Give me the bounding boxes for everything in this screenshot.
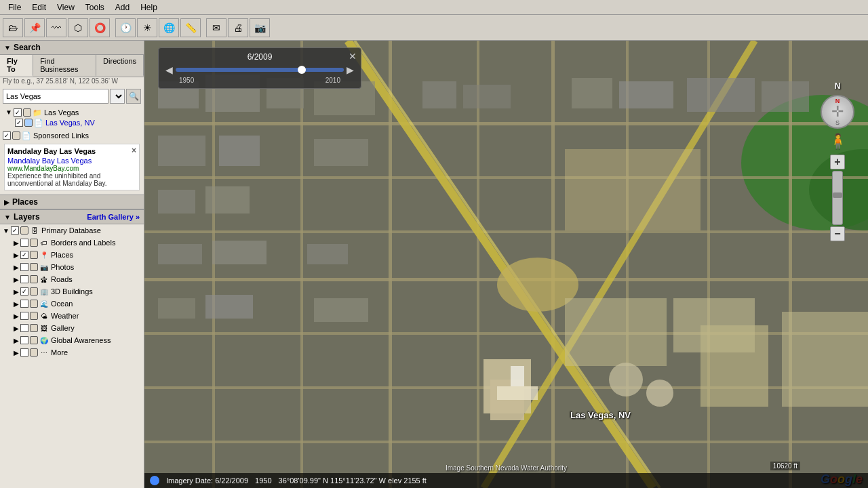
menu-tools[interactable]: Tools [80,1,110,14]
visibility-weather[interactable] [30,312,38,320]
slider-prev-button[interactable]: ◀ [165,64,173,75]
expand-global-icon[interactable]: ▶ [14,337,19,344]
tab-fly-to[interactable]: Fly To [0,55,33,77]
layer-gallery[interactable]: ▶ 🖼 Gallery [0,322,144,334]
slider-track[interactable] [176,68,344,72]
expand-roads-icon[interactable]: ▶ [14,276,19,283]
layer-global[interactable]: ▶ 🌍 Global Awareness [0,334,144,346]
menu-add[interactable]: Add [110,1,135,14]
layer-places[interactable]: ▶ 📍 Places [0,249,144,261]
search-dropdown[interactable] [110,89,125,104]
toolbar-sun[interactable]: ☀ [137,18,157,37]
tree-item-sponsored[interactable]: 📄 Sponsored Links [1,131,142,141]
expand-primary-db-icon[interactable]: ▼ [3,227,9,235]
svg-rect-38 [565,298,667,366]
time-slider-close-button[interactable]: ✕ [349,51,357,62]
checkbox-more[interactable] [20,348,28,357]
expand-borders-icon[interactable]: ▶ [14,239,19,247]
tree-item-las-vegas-folder[interactable]: ▼ 📁 Las Vegas [1,108,142,118]
layer-photos[interactable]: ▶ 📷 Photos [0,261,144,273]
checkbox-sponsored[interactable] [3,131,11,140]
checkbox-lv-nv[interactable] [15,119,23,127]
tree-item-las-vegas-nv[interactable]: 📄 Las Vegas, NV [1,118,142,128]
tab-directions[interactable]: Directions [96,55,144,77]
checkbox-roads[interactable] [20,275,28,283]
toolbar-clock[interactable]: 🕐 [115,18,136,37]
visibility-borders[interactable] [30,239,38,247]
toolbar-print[interactable]: 🖨 [228,18,248,37]
search-button[interactable]: 🔍 [126,89,141,104]
tab-find-businesses[interactable]: Find Businesses [33,55,96,77]
map-canvas[interactable]: ✕ 6/2009 ◀ ▶ 1950 2010 Las Vegas, NV Ima… [144,41,868,488]
slider-thumb[interactable] [298,66,306,74]
expand-weather-icon[interactable]: ▶ [14,312,19,320]
search-section-header[interactable]: ▼ Search [0,41,144,55]
layer-borders[interactable]: ▶ 🏷 Borders and Labels [0,237,144,249]
checkbox-weather[interactable] [20,312,28,320]
visibility-ocean[interactable] [30,300,38,308]
toolbar-email[interactable]: ✉ [206,18,226,37]
places-section-header[interactable]: ▶ Places [0,195,144,209]
checkbox-primary-db[interactable] [11,226,19,235]
map-area[interactable]: ✕ 6/2009 ◀ ▶ 1950 2010 Las Vegas, NV Ima… [144,41,868,488]
tree-label-lv-nv[interactable]: Las Vegas, NV [45,119,95,127]
visibility-sponsored[interactable] [12,131,20,140]
visibility-gallery[interactable] [30,324,38,332]
slider-next-button[interactable]: ▶ [347,64,354,75]
search-input[interactable] [3,89,108,104]
zoom-in-button[interactable]: + [830,155,845,169]
menu-view[interactable]: View [52,1,80,14]
menu-file[interactable]: File [3,1,26,14]
street-view-person[interactable]: 🧍 [829,133,847,150]
layer-primary-db[interactable]: ▼ 🗄 Primary Database [0,224,144,237]
checkbox-las-vegas[interactable] [14,108,22,117]
menu-edit[interactable]: Edit [26,1,52,14]
layers-arrow-icon: ▼ [4,214,11,221]
visibility-3d[interactable] [30,287,38,296]
expand-gallery-icon[interactable]: ▶ [14,325,19,332]
layer-weather[interactable]: ▶ 🌤 Weather [0,310,144,322]
checkbox-ocean[interactable] [20,300,28,308]
nav-compass[interactable]: N ✛ S [821,95,854,129]
sponsored-link[interactable]: Mandalay Bay Las Vegas [7,157,136,165]
checkbox-gallery[interactable] [20,324,28,332]
toolbar-circle[interactable]: ⭕ [90,18,110,37]
layer-3d-buildings[interactable]: ▶ 🏢 3D Buildings [0,285,144,298]
expand-places-icon[interactable]: ▶ [14,251,19,259]
checkbox-places[interactable] [20,251,28,259]
visibility-photos[interactable] [30,263,38,271]
toolbar-sky[interactable]: 🌐 [159,18,179,37]
zoom-out-button[interactable]: − [830,226,845,241]
expand-more-icon[interactable]: ▶ [14,349,19,357]
layers-section-header[interactable]: ▼ Layers Earth Gallery » [0,210,144,224]
visibility-places[interactable] [30,251,38,259]
visibility-lv-nv[interactable] [24,119,33,127]
earth-gallery-link[interactable]: Earth Gallery » [87,213,140,221]
checkbox-photos[interactable] [20,263,28,271]
layer-more[interactable]: ▶ ⋯ More [0,346,144,359]
visibility-more[interactable] [30,348,38,357]
expand-ocean-icon[interactable]: ▶ [14,300,19,308]
close-sponsored-button[interactable]: × [132,146,136,155]
toolbar-measure[interactable]: 📏 [180,18,201,37]
expand-photos-icon[interactable]: ▶ [14,264,19,271]
expand-3d-icon[interactable]: ▶ [14,288,19,296]
visibility-global[interactable] [30,336,38,344]
layer-label-places: Places [51,251,73,259]
checkbox-3d[interactable] [20,287,28,296]
visibility-primary-db[interactable] [20,226,28,235]
checkbox-borders[interactable] [20,239,28,247]
toolbar-screenshot[interactable]: 📷 [250,18,270,37]
layer-ocean[interactable]: ▶ 🌊 Ocean [0,298,144,310]
visibility-las-vegas[interactable] [23,108,31,117]
toolbar-path[interactable]: 〰 [46,18,66,37]
layer-roads[interactable]: ▶ 🛣 Roads [0,273,144,285]
toolbar-polygon[interactable]: ⬡ [68,18,88,37]
toolbar-placemark[interactable]: 📌 [24,18,45,37]
zoom-slider[interactable] [832,171,843,225]
toolbar-open[interactable]: 🗁 [3,18,23,37]
menu-help[interactable]: Help [135,1,163,14]
zoom-slider-thumb[interactable] [833,192,842,198]
visibility-roads[interactable] [30,275,38,283]
checkbox-global[interactable] [20,336,28,344]
